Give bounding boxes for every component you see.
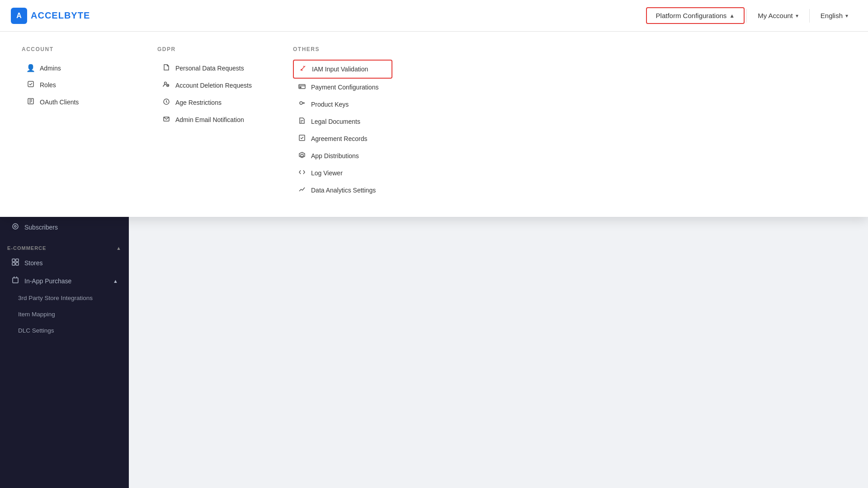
nav-divider-1: [746, 9, 747, 23]
subscribers-label: Subscribers: [24, 224, 58, 231]
svg-rect-28: [12, 263, 15, 265]
dropdown-item-age-restrictions[interactable]: Age Restrictions: [157, 94, 257, 111]
oauth-clients-label: OAuth Clients: [40, 99, 79, 106]
account-column-title: ACCOUNT: [22, 46, 121, 52]
payment-configurations-icon: [297, 83, 307, 92]
app-distributions-icon: [297, 151, 307, 160]
dropdown-item-iam-input-validation[interactable]: IAM Input Validation: [293, 60, 392, 79]
nav-divider-2: [809, 9, 810, 23]
dropdown-column-others: OTHERS IAM Input Validation Payment Conf…: [293, 46, 392, 199]
age-restrictions-label: Age Restrictions: [175, 99, 222, 106]
logo-accel: ACCEL: [31, 10, 64, 20]
dropdown-item-admin-email[interactable]: Admin Email Notification: [157, 111, 257, 128]
dropdown-item-legal-documents[interactable]: Legal Documents: [293, 113, 392, 130]
svg-point-24: [13, 224, 18, 229]
payment-configurations-label: Payment Configurations: [311, 84, 378, 91]
svg-point-13: [300, 102, 302, 104]
sidebar-item-item-mapping[interactable]: Item Mapping: [4, 306, 125, 322]
product-keys-icon: [297, 100, 307, 109]
stores-icon: [11, 258, 20, 267]
my-account-button[interactable]: My Account ▾: [749, 8, 807, 23]
svg-point-5: [165, 82, 167, 84]
legal-documents-label: Legal Documents: [311, 118, 360, 125]
3rd-party-store-label: 3rd Party Store Integrations: [18, 295, 93, 301]
nav-items: Platform Configurations ▲ My Account ▾ E…: [646, 7, 857, 24]
sidebar-item-in-app-purchase[interactable]: In-App Purchase ▲: [4, 272, 125, 290]
dropdown-item-oauth-clients[interactable]: OAuth Clients: [22, 94, 121, 111]
platform-configurations-chevron: ▲: [729, 13, 735, 19]
in-app-purchase-chevron: ▲: [113, 278, 118, 284]
dlc-settings-label: DLC Settings: [18, 327, 54, 334]
personal-data-label: Personal Data Requests: [175, 65, 244, 72]
my-account-chevron: ▾: [796, 13, 798, 19]
legal-documents-icon: [297, 117, 307, 126]
account-deletion-icon: [162, 81, 171, 90]
subscribers-icon: [11, 223, 20, 231]
iam-input-validation-label: IAM Input Validation: [312, 66, 368, 73]
ecommerce-label: E-Commerce: [7, 245, 46, 251]
dropdown-item-agreement-records[interactable]: Agreement Records: [293, 130, 392, 147]
admins-label: Admins: [40, 65, 61, 72]
svg-rect-29: [16, 263, 19, 265]
roles-label: Roles: [40, 81, 56, 89]
sidebar-item-subscribers[interactable]: Subscribers: [4, 218, 125, 236]
svg-rect-12: [300, 87, 301, 88]
dropdown-item-roles[interactable]: Roles: [22, 76, 121, 94]
dropdown-item-admins[interactable]: 👤 Admins: [22, 60, 121, 76]
in-app-purchase-label: In-App Purchase: [24, 277, 71, 285]
svg-rect-27: [16, 259, 19, 262]
sidebar-item-stores[interactable]: Stores: [4, 254, 125, 272]
iam-input-validation-icon: [298, 65, 307, 74]
platform-configurations-button[interactable]: Platform Configurations ▲: [646, 7, 745, 24]
sidebar-item-3rd-party-store[interactable]: 3rd Party Store Integrations: [4, 290, 125, 306]
dropdown-item-payment-configurations[interactable]: Payment Configurations: [293, 79, 392, 96]
ecommerce-chevron[interactable]: ▲: [116, 245, 122, 251]
product-keys-label: Product Keys: [311, 101, 349, 108]
logo: A ACCELBYTE: [11, 8, 90, 24]
ecommerce-section: E-Commerce ▲ Stores In-App Purchase ▲ 3r…: [0, 240, 129, 343]
agreement-records-icon: [297, 134, 307, 143]
dropdown-item-personal-data[interactable]: Personal Data Requests: [157, 60, 257, 77]
svg-marker-18: [301, 154, 303, 157]
language-label: English: [821, 12, 843, 19]
roles-icon: [26, 80, 35, 89]
dropdown-column-gdpr: GDPR Personal Data Requests Account Dele…: [157, 46, 257, 199]
dropdown-item-log-viewer[interactable]: Log Viewer: [293, 164, 392, 182]
log-viewer-label: Log Viewer: [311, 169, 343, 177]
data-analytics-label: Data Analytics Settings: [311, 187, 376, 194]
app-distributions-label: App Distributions: [311, 152, 359, 160]
gdpr-column-title: GDPR: [157, 46, 257, 52]
dropdown-item-app-distributions[interactable]: App Distributions: [293, 147, 392, 164]
language-chevron: ▾: [845, 13, 848, 19]
agreement-records-label: Agreement Records: [311, 135, 368, 142]
item-mapping-label: Item Mapping: [18, 311, 55, 318]
platform-configurations-label: Platform Configurations: [656, 12, 727, 19]
logo-text: ACCELBYTE: [31, 10, 90, 21]
sidebar-item-dlc-settings[interactable]: DLC Settings: [4, 323, 125, 338]
my-account-label: My Account: [758, 12, 793, 19]
admin-email-icon: [162, 115, 171, 124]
svg-point-25: [14, 225, 16, 227]
stores-label: Stores: [24, 259, 42, 267]
svg-rect-26: [12, 259, 15, 262]
logo-icon: A: [11, 8, 27, 24]
dropdown-item-data-analytics[interactable]: Data Analytics Settings: [293, 182, 392, 199]
admins-icon: 👤: [26, 64, 35, 72]
log-viewer-icon: [297, 169, 307, 178]
data-analytics-icon: [297, 186, 307, 195]
admin-email-label: Admin Email Notification: [175, 116, 244, 123]
in-app-purchase-icon: [11, 277, 20, 285]
svg-rect-30: [13, 278, 18, 283]
account-deletion-label: Account Deletion Requests: [175, 82, 252, 89]
logo-byte: BYTE: [64, 10, 90, 20]
dropdown-column-account: ACCOUNT 👤 Admins Roles: [22, 46, 121, 199]
dropdown-item-account-deletion[interactable]: Account Deletion Requests: [157, 77, 257, 94]
ecommerce-section-title: E-Commerce ▲: [0, 240, 129, 253]
language-button[interactable]: English ▾: [811, 8, 857, 23]
personal-data-icon: [162, 64, 171, 73]
dropdown-item-product-keys[interactable]: Product Keys: [293, 96, 392, 113]
others-column-title: OTHERS: [293, 46, 392, 52]
platform-configurations-dropdown: ACCOUNT 👤 Admins Roles: [0, 32, 868, 217]
top-navigation: A ACCELBYTE Platform Configurations ▲ My…: [0, 0, 868, 32]
age-restrictions-icon: [162, 98, 171, 107]
